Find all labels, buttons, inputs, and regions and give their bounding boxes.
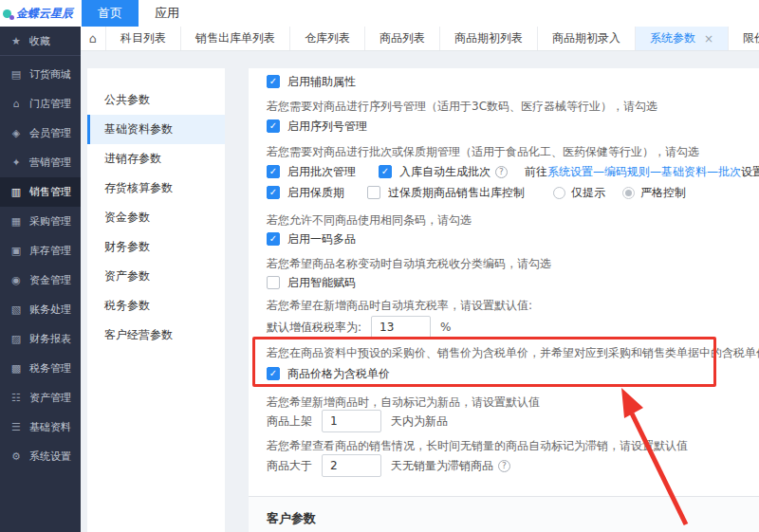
param-menu-inventory[interactable]: 进销存参数 bbox=[87, 144, 225, 174]
nav-tab-home[interactable]: 首页 bbox=[82, 0, 139, 27]
auto-batch-checkbox[interactable]: ✓ bbox=[379, 165, 392, 178]
check-icon: ✓ bbox=[381, 167, 389, 176]
help-icon[interactable]: ? bbox=[495, 166, 508, 178]
check-icon: ✓ bbox=[269, 121, 277, 131]
main-sidebar: ★ 收藏 ▤ 订货商城 ⌂ 门店管理 ◈ 会员管理 ✦ 营销管理 ▥ 销售管理 … bbox=[0, 27, 81, 532]
inventory-icon: ▣ bbox=[9, 245, 23, 257]
goto-prefix: 前往 bbox=[525, 165, 547, 178]
tax-rate-input[interactable] bbox=[371, 316, 431, 339]
checkbox-label: 商品价格为含税单价 bbox=[287, 366, 390, 382]
star-icon: ★ bbox=[9, 35, 23, 47]
sidebar-item-label: 账务处理 bbox=[29, 303, 71, 317]
sidebar-item-base-data[interactable]: ☰ 基础资料 bbox=[0, 413, 81, 442]
tab-product-list[interactable]: 商品列表 bbox=[365, 27, 440, 50]
sidebar-item-asset-mgmt[interactable]: ☷ 资产管理 bbox=[0, 383, 81, 413]
tab-product-initial-list[interactable]: 商品期初列表 bbox=[440, 27, 538, 50]
home-icon: ⌂ bbox=[89, 31, 97, 46]
tab-sales-outbound-list[interactable]: 销售出库单列表 bbox=[181, 27, 290, 50]
app-logo: 金蝶云星辰 bbox=[0, 6, 82, 22]
sidebar-item-store-mgmt[interactable]: ⌂ 门店管理 bbox=[0, 89, 81, 119]
basedata-icon: ☰ bbox=[9, 421, 23, 433]
serial-row: ✓ 启用序列号管理 bbox=[267, 119, 367, 134]
param-menu-asset[interactable]: 资产参数 bbox=[87, 262, 225, 291]
field-label: 默认增值税税率为: bbox=[267, 320, 361, 336]
param-menu-tax[interactable]: 税务参数 bbox=[87, 291, 225, 321]
hint-text: 若您需要对商品进行批次或保质期管理（适用于食品化工、医药保健等行业），请勾选 bbox=[267, 144, 699, 160]
param-menu-finance[interactable]: 财务参数 bbox=[87, 232, 225, 262]
hint-text: 若您希望商品名称变动时自动填充税收分类编码，请勾选 bbox=[267, 256, 551, 272]
tax-included-price-checkbox[interactable]: ✓ bbox=[267, 367, 280, 380]
check-icon: ✓ bbox=[269, 188, 277, 197]
tab-system-params[interactable]: 系统参数 × bbox=[636, 27, 729, 50]
tab-product-initial-entry[interactable]: 商品期初录入 bbox=[538, 27, 636, 50]
sidebar-item-order-mall[interactable]: ▤ 订货商城 bbox=[0, 60, 81, 89]
sidebar-item-purchase-mgmt[interactable]: ▦ 采购管理 bbox=[0, 207, 81, 236]
smart-code-checkbox[interactable]: ✓ bbox=[267, 276, 280, 289]
batch-hint: 若您需要对商品进行批次或保质期管理（适用于食品化工、医药保健等行业），请勾选 bbox=[267, 144, 699, 159]
tab-bar: ⌂ 科目列表 销售出库单列表 仓库列表 商品列表 商品期初列表 商品期初录入 系… bbox=[81, 27, 759, 51]
expired-control-checkbox[interactable]: ✓ bbox=[367, 186, 380, 199]
strict-control-radio[interactable] bbox=[622, 187, 635, 199]
field-suffix: 天无销量为滞销商品 bbox=[391, 458, 493, 474]
tax-icon: ▩ bbox=[9, 362, 23, 375]
sidebar-item-label: 税务管理 bbox=[29, 361, 71, 376]
goto-text: 前往系统设置—编码规则—基础资料—批次设置批次生成规则 bbox=[525, 164, 759, 180]
aux-attr-row: ✓ 启用辅助属性 bbox=[267, 74, 356, 89]
hint-text: 若您在商品资料中预设的采购价、销售价为含税单价，并希望对应到采购和销售类单据中的… bbox=[267, 345, 759, 361]
funds-icon: ◉ bbox=[9, 274, 23, 286]
sidebar-item-funds-mgmt[interactable]: ◉ 资金管理 bbox=[0, 266, 81, 295]
batch-checkbox[interactable]: ✓ bbox=[267, 165, 280, 178]
aux-attr-checkbox[interactable]: ✓ bbox=[267, 75, 280, 88]
sidebar-item-accounting[interactable]: ▧ 账务处理 bbox=[0, 295, 81, 324]
new-product-days-input[interactable] bbox=[322, 410, 381, 432]
logo-mark-dot-icon bbox=[9, 15, 14, 20]
sidebar-item-label: 销售管理 bbox=[29, 185, 71, 199]
sidebar-item-sales-mgmt[interactable]: ▥ 销售管理 bbox=[0, 177, 81, 207]
app-header: 金蝶云星辰 首页 应用 bbox=[0, 0, 759, 27]
batch-rule-link[interactable]: 系统设置—编码规则—基础资料—批次 bbox=[547, 165, 741, 178]
field-label: 商品大于 bbox=[267, 458, 312, 474]
tab-price-limit-list[interactable]: 限价方案列 bbox=[729, 27, 759, 50]
radio-label: 仅提示 bbox=[571, 185, 605, 201]
sidebar-item-system-settings[interactable]: ⚙ 系统设置 bbox=[0, 442, 81, 471]
param-menu-stock-accounting[interactable]: 存货核算参数 bbox=[87, 174, 225, 203]
hint-text: 若您希望查看商品的销售情况，长时间无销量的商品自动标记为滞销，请设置默认值 bbox=[267, 438, 688, 454]
batch-row: ✓ 启用批次管理 ✓ 入库自动生成批次 ? 前往系统设置—编码规则—基础资料—批… bbox=[267, 164, 759, 179]
home-tab-button[interactable]: ⌂ bbox=[81, 27, 106, 50]
mall-icon: ▤ bbox=[9, 68, 23, 81]
tip-only-radio[interactable] bbox=[553, 187, 565, 199]
sidebar-item-marketing-mgmt[interactable]: ✦ 营销管理 bbox=[0, 148, 81, 177]
section-title: 客户参数 bbox=[267, 510, 316, 527]
tab-subject-list[interactable]: 科目列表 bbox=[106, 27, 181, 50]
sidebar-item-member-mgmt[interactable]: ◈ 会员管理 bbox=[0, 119, 81, 148]
serial-hint: 若您需要对商品进行序列号管理（适用于3C数码、医疗器械等行业），请勾选 bbox=[267, 99, 657, 114]
param-menu-customer[interactable]: 客户经营参数 bbox=[87, 321, 225, 350]
param-menu-common[interactable]: 公共参数 bbox=[87, 85, 225, 115]
sidebar-item-tax-mgmt[interactable]: ▩ 税务管理 bbox=[0, 354, 81, 383]
sidebar-item-inventory-mgmt[interactable]: ▣ 库存管理 bbox=[0, 236, 81, 266]
check-icon: ✓ bbox=[269, 234, 277, 244]
tab-warehouse-list[interactable]: 仓库列表 bbox=[290, 27, 365, 50]
field-suffix: % bbox=[440, 321, 451, 334]
slow-moving-hint: 若您希望查看商品的销售情况，长时间无销量的商品自动标记为滞销，请设置默认值 bbox=[267, 438, 688, 453]
shelf-life-row: ✓ 启用保质期 ✓ 过保质期商品销售出库控制 仅提示 严格控制 bbox=[267, 185, 703, 200]
new-product-field-row: 商品上架 天内为新品 bbox=[267, 410, 448, 432]
one-code-multi-checkbox[interactable]: ✓ bbox=[267, 232, 280, 246]
sidebar-item-label: 基础资料 bbox=[29, 420, 71, 434]
shelf-life-checkbox[interactable]: ✓ bbox=[267, 186, 280, 199]
param-menu-funds[interactable]: 资金参数 bbox=[87, 203, 225, 232]
sidebar-item-favorites[interactable]: ★ 收藏 bbox=[0, 27, 81, 55]
field-suffix: 天内为新品 bbox=[391, 413, 448, 430]
sidebar-item-financial-report[interactable]: ▨ 财务报表 bbox=[0, 324, 81, 354]
serial-checkbox[interactable]: ✓ bbox=[267, 119, 280, 133]
param-menu-base-data[interactable]: 基础资料参数 bbox=[87, 115, 225, 144]
param-settings-panel: ✓ 启用辅助属性 若您需要对商品进行序列号管理（适用于3C数码、医疗器械等行业）… bbox=[249, 68, 759, 532]
param-category-menu: 公共参数 基础资料参数 进销存参数 存货核算参数 资金参数 财务参数 资产参数 … bbox=[87, 68, 225, 532]
nav-tab-apps[interactable]: 应用 bbox=[139, 0, 195, 27]
help-icon[interactable]: ? bbox=[498, 460, 510, 472]
hint-text: 若您希望在新增商品时自动填充税率，请设置默认值: bbox=[267, 298, 532, 314]
purchase-icon: ▦ bbox=[9, 215, 23, 228]
sidebar-item-label: 收藏 bbox=[29, 34, 50, 48]
slow-moving-days-input[interactable] bbox=[322, 454, 381, 477]
close-icon[interactable]: × bbox=[704, 33, 713, 45]
